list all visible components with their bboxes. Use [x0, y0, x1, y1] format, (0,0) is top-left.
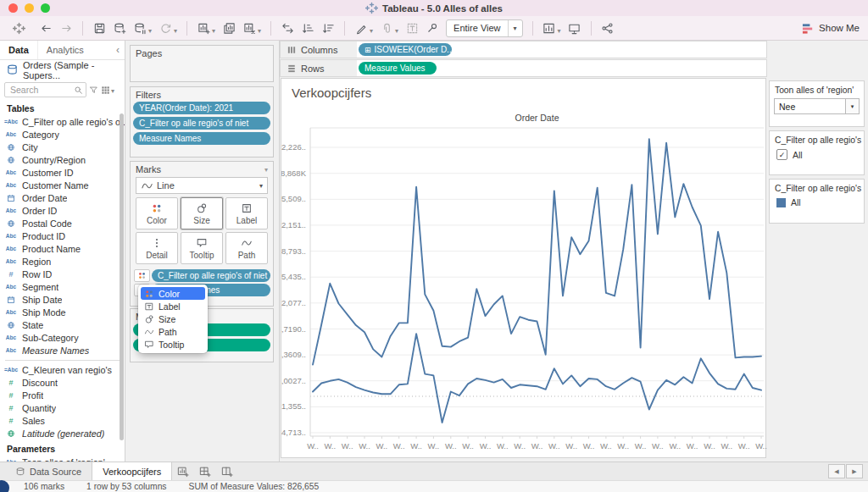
series-sum-sales[interactable]: [313, 139, 761, 364]
undo-button[interactable]: [36, 19, 56, 37]
field-discount[interactable]: #Discount: [0, 376, 125, 389]
refresh-caret-icon[interactable]: ▾: [174, 27, 177, 35]
minimize-window-button[interactable]: [25, 3, 34, 13]
field-profit[interactable]: #Profit: [0, 389, 125, 401]
pill-isoweek-order-date[interactable]: ⊞ ISOWEEK(Order D..: [359, 43, 452, 56]
tab-data-source[interactable]: Data Source: [5, 462, 92, 480]
paperclip-icon[interactable]: [376, 19, 397, 37]
close-window-button[interactable]: [8, 3, 18, 13]
new-worksheet-icon[interactable]: [193, 19, 214, 37]
scroll-tabs-right-button[interactable]: ▶: [846, 464, 863, 478]
size-button[interactable]: Size: [181, 197, 223, 229]
view-as-grid-icon[interactable]: [101, 86, 110, 95]
field-segment[interactable]: AbcSegment: [0, 280, 125, 293]
detail-button[interactable]: Detail: [136, 232, 178, 264]
new-data-source-icon[interactable]: [109, 19, 130, 37]
save-icon[interactable]: [89, 19, 109, 37]
pages-shelf[interactable]: Pages: [130, 45, 274, 82]
field-order-id[interactable]: AbcOrder ID: [0, 204, 125, 217]
field-product-name[interactable]: AbcProduct Name: [0, 242, 125, 255]
highlight-caret-icon[interactable]: ▾: [370, 27, 373, 35]
show-me-button[interactable]: Show Me: [802, 22, 860, 35]
field-toon-alles-of-region[interactable]: AbcToon alles of 'region': [0, 456, 125, 462]
field-latitude-generated[interactable]: Latitude (generated): [0, 427, 125, 439]
new-story-button[interactable]: [216, 462, 238, 480]
marks-pill-c-filter-op-alle-regio-s-of-niet[interactable]: C_Filter op alle regio's of niet: [152, 269, 270, 282]
data-source-connection[interactable]: Orders (Sample - Supers...: [0, 60, 125, 80]
data-pane-scrollbar[interactable]: [120, 113, 124, 440]
show-mark-labels-icon[interactable]: [539, 19, 559, 37]
field-quantity[interactable]: #Quantity: [0, 401, 125, 414]
field-customer-name[interactable]: AbcCustomer Name: [0, 179, 125, 191]
mark-type-select[interactable]: Line ▾: [136, 177, 268, 194]
presentation-mode-icon[interactable]: [565, 19, 585, 37]
maximize-window-button[interactable]: [41, 3, 50, 13]
tab-analytics[interactable]: Analytics: [37, 41, 92, 59]
search-input[interactable]: Search: [4, 82, 86, 97]
new-dashboard-button[interactable]: [194, 462, 216, 480]
menu-item-tooltip[interactable]: Tooltip: [141, 338, 205, 351]
field-ship-mode[interactable]: AbcShip Mode: [0, 306, 125, 318]
legend-item-all[interactable]: All: [770, 196, 864, 213]
share-icon[interactable]: [598, 19, 618, 37]
columns-shelf[interactable]: Columns ⊞ ISOWEEK(Order D..: [280, 41, 767, 58]
tooltip-button[interactable]: Tooltip: [181, 232, 223, 264]
new-worksheet-tab-button[interactable]: [172, 462, 194, 480]
color-button[interactable]: Color: [136, 197, 178, 229]
parameter-dropdown[interactable]: Nee ▾: [774, 98, 860, 114]
filter-pill-measure-names[interactable]: Measure Names: [133, 132, 270, 145]
new-worksheet-caret-icon[interactable]: ▾: [212, 27, 215, 35]
pill-measure-values[interactable]: Measure Values: [359, 62, 437, 75]
field-ship-date[interactable]: Ship Date: [0, 293, 125, 306]
checkbox-all[interactable]: ✓: [776, 149, 787, 160]
parameter-caret-icon[interactable]: ▾: [845, 99, 859, 113]
path-button[interactable]: Path: [225, 232, 268, 264]
highlight-icon[interactable]: [351, 19, 371, 37]
paperclip-caret-icon[interactable]: ▾: [395, 27, 398, 35]
fit-selector-caret-icon[interactable]: ▾: [508, 20, 522, 36]
scroll-tabs-left-button[interactable]: ◀: [828, 464, 845, 478]
label-button[interactable]: Label: [225, 197, 268, 229]
duplicate-sheet-icon[interactable]: [219, 19, 239, 37]
pin-icon[interactable]: [422, 19, 442, 37]
field-product-id[interactable]: AbcProduct ID: [0, 229, 125, 242]
refresh-icon[interactable]: [155, 19, 175, 37]
collapse-pane-icon[interactable]: ‹: [111, 44, 125, 56]
sort-descending-icon[interactable]: [318, 19, 338, 37]
sheet-title[interactable]: Verkoopcijfers: [292, 86, 371, 100]
filter-pill-year-order-date-2021[interactable]: YEAR(Order Date): 2021: [133, 102, 270, 114]
field-measure-names[interactable]: AbcMeasure Names: [0, 344, 125, 357]
field-order-date[interactable]: Order Date: [0, 191, 125, 204]
field-state[interactable]: State: [0, 318, 125, 331]
fit-selector[interactable]: Entire View ▾: [446, 19, 522, 37]
text-label-icon[interactable]: [402, 19, 422, 37]
pause-updates-caret-icon[interactable]: ▾: [148, 27, 152, 35]
redo-button[interactable]: [56, 19, 76, 37]
clear-sheet-caret-icon[interactable]: ▾: [258, 27, 261, 35]
field-c-filter-op-alle-regio-s-o[interactable]: =AbcC_Filter op alle regio's o...: [0, 115, 125, 128]
show-mark-labels-caret-icon[interactable]: ▾: [558, 27, 561, 35]
view-options-caret-icon[interactable]: ▾: [111, 87, 114, 95]
menu-item-color[interactable]: Color: [141, 287, 205, 300]
series-sum-profit[interactable]: [313, 334, 761, 423]
color-dots-icon[interactable]: [134, 269, 150, 282]
field-category[interactable]: AbcCategory: [0, 128, 125, 141]
filter-pill-c-filter-op-alle-regio-s-of-niet[interactable]: C_Filter op alle regio's of niet: [133, 117, 270, 130]
menu-item-label[interactable]: Label: [141, 300, 205, 312]
pause-auto-updates-icon[interactable]: [130, 19, 150, 37]
field-city[interactable]: City: [0, 141, 125, 153]
menu-item-path[interactable]: Path: [141, 325, 205, 338]
mark-type-caret-icon[interactable]: ▾: [259, 182, 263, 190]
filters-shelf[interactable]: Filters YEAR(Order Date): 2021C_Filter o…: [130, 86, 274, 158]
field-postal-code[interactable]: Postal Code: [0, 217, 125, 229]
rows-shelf[interactable]: Rows Measure Values: [280, 59, 767, 77]
field-customer-id[interactable]: AbcCustomer ID: [0, 166, 125, 179]
chart-plot[interactable]: 32,226..28,868K25,509..22,151..18,793..1…: [281, 121, 767, 456]
field-sub-category[interactable]: AbcSub-Category: [0, 331, 125, 344]
filter-item-all[interactable]: ✓ All: [770, 147, 864, 165]
clear-sheet-icon[interactable]: [239, 19, 259, 37]
swap-rows-columns-icon[interactable]: [277, 19, 298, 37]
marks-caret-icon[interactable]: ▾: [264, 166, 268, 174]
field-sales[interactable]: #Sales: [0, 414, 125, 427]
field-region[interactable]: AbcRegion: [0, 255, 125, 268]
